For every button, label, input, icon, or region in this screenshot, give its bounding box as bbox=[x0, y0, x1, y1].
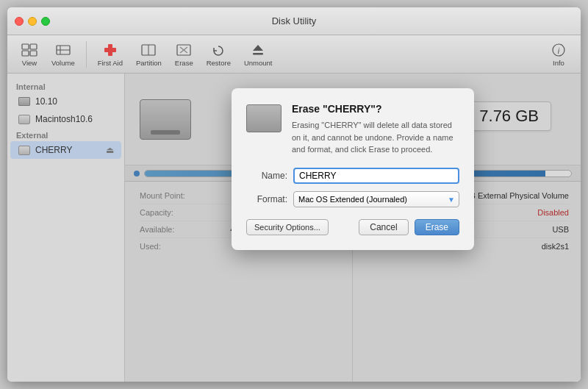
erase-label: Erase bbox=[175, 59, 193, 67]
cancel-button[interactable]: Cancel bbox=[359, 219, 408, 235]
volume-label: Volume bbox=[51, 59, 75, 67]
dialog-text: Erase "CHERRY"? Erasing "CHERRY" will de… bbox=[292, 103, 459, 156]
content-area: Internal 10.10 Macintosh10.6 External CH… bbox=[7, 74, 581, 382]
sidebar-item-1010-label: 10.10 bbox=[35, 96, 57, 107]
erase-button[interactable]: Erase bbox=[169, 40, 199, 69]
disk-icon bbox=[18, 95, 31, 108]
security-options-button[interactable]: Security Options... bbox=[246, 219, 329, 235]
partition-icon bbox=[140, 42, 157, 58]
traffic-lights bbox=[15, 17, 50, 26]
toolbar: View Volume First Aid bbox=[7, 35, 581, 74]
format-select-wrapper: Mac OS Extended (Journaled) Mac OS Exten… bbox=[293, 191, 459, 207]
dialog-buttons-right: Cancel Erase bbox=[359, 219, 459, 235]
partition-label: Partition bbox=[136, 59, 162, 67]
svg-text:i: i bbox=[558, 46, 560, 55]
usb-disk-icon bbox=[18, 143, 31, 157]
volume-button[interactable]: Volume bbox=[46, 40, 81, 69]
restore-button[interactable]: Restore bbox=[201, 40, 237, 69]
view-button[interactable]: View bbox=[15, 40, 44, 69]
sidebar: Internal 10.10 Macintosh10.6 External CH… bbox=[7, 74, 125, 382]
main-panel: 7.76 GB Mount Point: /Volumes/CHERRY Cap bbox=[125, 74, 581, 382]
view-icon bbox=[21, 42, 37, 58]
minimize-button[interactable] bbox=[28, 17, 37, 26]
sidebar-item-cherry[interactable]: CHERRY ⏏ bbox=[10, 141, 121, 159]
dialog-drive-icon bbox=[246, 104, 282, 132]
format-label: Format: bbox=[246, 194, 287, 204]
info-icon: i bbox=[551, 42, 566, 58]
maximize-button[interactable] bbox=[41, 17, 50, 26]
toolbar-sep-1 bbox=[86, 41, 87, 68]
erase-dialog: Erase "CHERRY"? Erasing "CHERRY" will de… bbox=[232, 88, 474, 250]
eject-icon[interactable]: ⏏ bbox=[106, 145, 114, 155]
titlebar: Disk Utility bbox=[7, 7, 581, 35]
close-button[interactable] bbox=[15, 17, 24, 26]
sidebar-item-1010[interactable]: 10.10 bbox=[10, 93, 121, 110]
name-input[interactable] bbox=[293, 168, 459, 184]
app-window: Disk Utility View Volu bbox=[7, 7, 581, 382]
internal-label: Internal bbox=[7, 79, 124, 93]
erase-confirm-button[interactable]: Erase bbox=[415, 219, 459, 235]
unmount-icon bbox=[250, 42, 266, 58]
external-label: External bbox=[7, 128, 124, 141]
svg-rect-1 bbox=[30, 44, 37, 49]
svg-marker-14 bbox=[253, 45, 263, 51]
svg-rect-15 bbox=[253, 53, 263, 55]
unmount-button[interactable]: Unmount bbox=[238, 40, 279, 69]
erase-icon bbox=[176, 42, 192, 58]
sidebar-item-macintosh-label: Macintosh10.6 bbox=[35, 114, 93, 124]
restore-label: Restore bbox=[207, 59, 231, 67]
partition-button[interactable]: Partition bbox=[130, 40, 168, 69]
svg-rect-0 bbox=[22, 44, 29, 49]
sidebar-item-macintosh[interactable]: Macintosh10.6 bbox=[10, 110, 121, 128]
format-select[interactable]: Mac OS Extended (Journaled) Mac OS Exten… bbox=[293, 191, 459, 207]
dialog-message: Erasing "CHERRY" will delete all data st… bbox=[292, 119, 459, 156]
dialog-buttons: Security Options... Cancel Erase bbox=[246, 219, 459, 235]
firstaid-button[interactable]: First Aid bbox=[92, 40, 129, 69]
name-label: Name: bbox=[246, 171, 287, 181]
window-title: Disk Utility bbox=[272, 15, 317, 26]
dialog-header: Erase "CHERRY"? Erasing "CHERRY" will de… bbox=[246, 103, 459, 156]
svg-rect-8 bbox=[104, 48, 116, 52]
svg-rect-3 bbox=[30, 51, 37, 56]
dialog-form: Name: Format: Mac OS Extended (Journaled… bbox=[246, 168, 459, 207]
firstaid-label: First Aid bbox=[98, 59, 123, 67]
disk-icon-2 bbox=[18, 113, 31, 126]
name-row: Name: bbox=[246, 168, 459, 184]
info-button[interactable]: i Info bbox=[544, 40, 573, 69]
format-row: Format: Mac OS Extended (Journaled) Mac … bbox=[246, 191, 459, 207]
dialog-title: Erase "CHERRY"? bbox=[292, 103, 459, 115]
sidebar-item-cherry-label: CHERRY bbox=[35, 145, 72, 155]
info-label: Info bbox=[553, 59, 564, 67]
view-label: View bbox=[22, 59, 37, 67]
svg-rect-2 bbox=[22, 51, 29, 56]
unmount-label: Unmount bbox=[244, 59, 273, 67]
dialog-overlay: Erase "CHERRY"? Erasing "CHERRY" will de… bbox=[125, 74, 581, 382]
restore-icon bbox=[210, 42, 226, 58]
volume-icon bbox=[55, 42, 71, 58]
firstaid-icon bbox=[103, 42, 118, 58]
